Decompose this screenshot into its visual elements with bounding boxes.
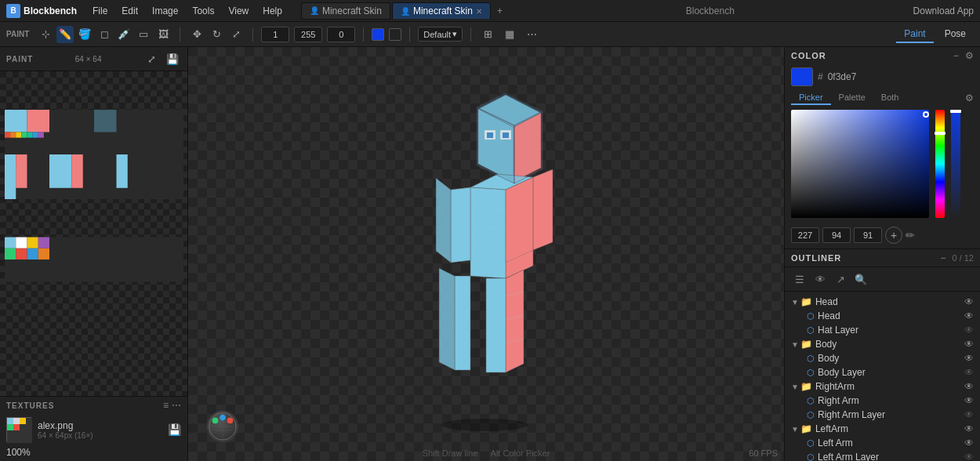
tool-rect[interactable]: ▭ [135,26,152,43]
nav-sphere[interactable] [207,411,238,442]
viewport-canvas[interactable]: 60 FPS Shift Draw line Alt Color Picker [188,47,784,461]
tab-1[interactable]: 👤 Minecraft Skin [301,2,390,20]
picker-tab[interactable]: Picker [791,91,831,105]
mode-dropdown[interactable]: Default ▾ [418,27,463,42]
right-arm-group-eye[interactable]: 👁 [964,381,974,392]
top-bar: B Blockbench File Edit Image Tools View … [0,0,980,22]
hat-layer-eye[interactable]: 👁 [964,325,974,336]
add-tab-button[interactable]: + [492,4,507,18]
tool-image[interactable]: 🖼 [154,26,172,43]
save-paint-icon[interactable]: 💾 [164,50,181,67]
texture-item[interactable]: alex.png 64 × 64px (16×) 💾 [0,414,187,445]
tab-2[interactable]: 👤 Minecraft Skin ✕ [392,2,491,19]
svg-rect-22 [27,238,38,249]
body-item-eye[interactable]: 👁 [964,353,974,364]
tree-item-body-layer[interactable]: ⬡ Body Layer 👁 [785,365,980,379]
tree-item-right-arm-layer[interactable]: ⬡ Right Arm Layer 👁 [785,408,980,422]
svg-rect-31 [20,418,26,424]
paint-header-icons: ⤢ 💾 [143,50,181,67]
body-layer-eye[interactable]: 👁 [964,367,974,378]
size-input-3[interactable] [327,27,355,42]
outliner-search-btn[interactable]: 🔍 [852,270,869,288]
svg-marker-55 [451,187,470,263]
outliner-visible-btn[interactable]: 👁 [811,270,829,288]
tool-rotate[interactable]: ↻ [208,26,225,43]
left-arm-item-eye[interactable]: 👁 [964,437,974,448]
edit-color-btn[interactable]: ✏ [906,229,915,241]
paint-button[interactable]: Paint [896,26,933,43]
secondary-color-swatch[interactable] [389,28,401,41]
body-group-eye[interactable]: 👁 [964,339,974,350]
color-minimize-btn[interactable]: − [953,50,959,61]
color-gear-btn[interactable]: ⚙ [965,93,974,103]
tool-resize[interactable]: ⤢ [227,26,245,43]
palette-tab[interactable]: Palette [831,91,873,105]
alpha-bar[interactable] [951,110,960,218]
menu-help[interactable]: Help [256,4,289,18]
draw-line-label: Draw line [442,448,478,458]
hue-bar[interactable] [935,110,945,218]
primary-color-swatch[interactable] [372,28,384,41]
color-picker-hint: Color Picker [503,448,550,458]
color-gradient[interactable] [791,110,929,218]
size-input-1[interactable] [261,27,289,42]
body-item-label: Body [818,353,964,364]
view-btn[interactable]: ▦ [501,26,518,43]
texture-import-btn[interactable]: ⋯ [172,400,181,411]
green-input[interactable] [822,227,851,243]
tree-group-head-header[interactable]: ▼ 📁 Head 👁 [785,295,980,309]
left-arm-layer-eye[interactable]: 👁 [964,452,974,461]
tree-item-left-arm-layer[interactable]: ⬡ Left Arm Layer 👁 [785,450,980,461]
tree-item-head[interactable]: ⬡ Head 👁 [785,309,980,323]
tree-item-hat-layer[interactable]: ⬡ Hat Layer 👁 [785,323,980,337]
both-tab[interactable]: Both [873,91,907,105]
texture-save-btn[interactable]: 💾 [168,423,181,436]
tree-group-right-arm-header[interactable]: ▼ 📁 RightArm 👁 [785,379,980,394]
body-arrow: ▼ [791,340,799,349]
menu-file[interactable]: File [86,4,114,18]
grid-btn[interactable]: ⊞ [479,26,496,43]
main-area: PAINT 64 × 64 ⤢ 💾 [0,47,980,461]
blue-input[interactable] [854,227,882,243]
tool-move[interactable]: ✥ [188,26,205,43]
tool-select[interactable]: ⊹ [37,26,54,43]
head-group-eye[interactable]: 👁 [964,296,974,307]
tab-2-close[interactable]: ✕ [476,7,482,16]
download-app-button[interactable]: Download App [913,5,974,16]
menu-view[interactable]: View [222,4,255,18]
outliner-minimize-btn[interactable]: − [940,252,946,263]
tool-picker[interactable]: 💉 [115,26,132,43]
paint-canvas[interactable] [0,71,187,396]
tree-item-left-arm[interactable]: ⬡ Left Arm 👁 [785,436,980,450]
outliner-list-view[interactable]: ☰ [791,270,808,288]
tree-group-left-arm-header[interactable]: ▼ 📁 LeftArm 👁 [785,422,980,436]
menu-tools[interactable]: Tools [186,4,220,18]
more-btn[interactable]: ⋯ [523,26,540,43]
pose-button[interactable]: Pose [937,26,974,43]
svg-point-74 [212,418,219,424]
texture-controls: ≡ ⋯ [163,400,181,411]
hex-input[interactable] [828,71,875,82]
texture-add-btn[interactable]: ≡ [163,400,169,411]
red-input[interactable] [791,227,819,243]
left-arm-group-eye[interactable]: 👁 [964,423,974,434]
right-arm-layer-eye[interactable]: 👁 [964,409,974,420]
size-input-2[interactable] [294,27,322,42]
color-big-swatch[interactable] [791,67,813,86]
outliner-lock-btn[interactable]: ↗ [832,270,849,288]
right-arm-item-icon: ⬡ [807,396,815,406]
tool-erase[interactable]: ◻ [96,26,113,43]
add-color-btn[interactable]: + [885,227,902,244]
color-settings-btn[interactable]: ⚙ [965,50,974,61]
tree-item-body[interactable]: ⬡ Body 👁 [785,351,980,365]
menu-image[interactable]: Image [146,4,184,18]
menu-edit[interactable]: Edit [115,4,144,18]
tree-item-right-arm[interactable]: ⬡ Right Arm 👁 [785,394,980,408]
tool-fill[interactable]: 🪣 [76,26,93,43]
nav-sphere-container [207,411,238,442]
tool-paint[interactable]: ✏️ [56,26,74,43]
head-item-eye[interactable]: 👁 [964,310,974,321]
right-arm-item-eye[interactable]: 👁 [964,395,974,406]
expand-icon[interactable]: ⤢ [143,50,161,67]
tree-group-body-header[interactable]: ▼ 📁 Body 👁 [785,337,980,351]
